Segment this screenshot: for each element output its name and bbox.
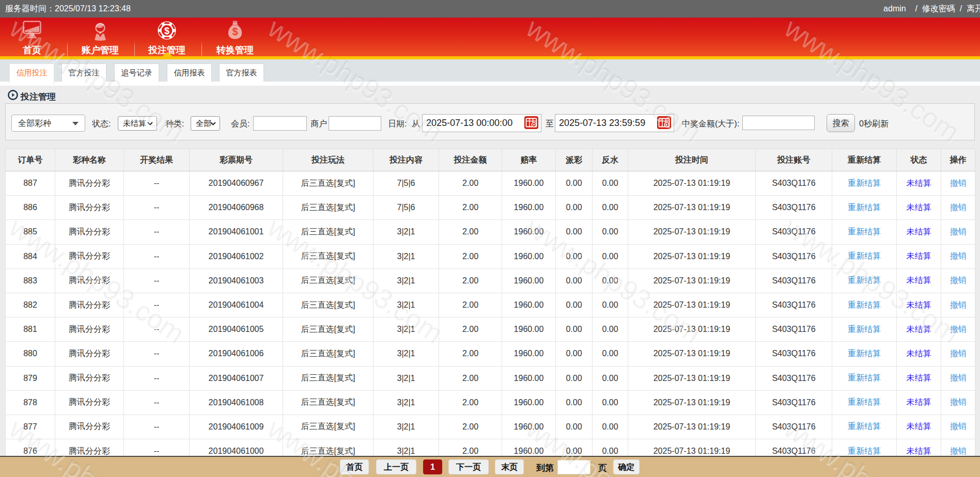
svg-text:$: $: [232, 26, 238, 37]
svg-text:$: $: [164, 26, 169, 36]
